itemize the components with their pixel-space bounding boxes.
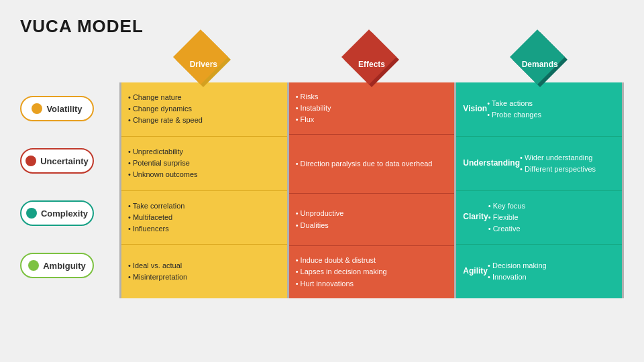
uncertainty-dot	[25, 156, 36, 166]
demand-row-1: Understanding Wider understanding Differ…	[456, 137, 622, 191]
label-ambiguity: Ambiguity	[20, 239, 119, 292]
effect-row-0: Risks Instability Flux	[289, 82, 455, 135]
effect-row-1: Direction paralysis due to data overhead	[289, 135, 455, 194]
demand-row-3: Agility Decision making Innovation	[456, 245, 622, 298]
col-drivers: Change nature Change dynamics Change rat…	[119, 82, 289, 298]
table-area: Drivers Effects Demands	[119, 46, 624, 298]
header-demands: Demands	[455, 46, 624, 82]
effect-row-2: Unproductive Dualities	[289, 194, 455, 246]
driver-row-0: Change nature Change dynamics Change rat…	[121, 82, 287, 137]
ambiguity-dot	[28, 260, 39, 271]
headers-row: Drivers Effects Demands	[119, 46, 624, 82]
header-drivers: Drivers	[119, 46, 288, 82]
complexity-dot	[26, 208, 37, 219]
labels-column: Volatility Uncertainty Complexity Ambigu…	[20, 82, 119, 292]
demand-row-0: Vision Take actions Probe changes	[456, 82, 622, 137]
main-layout: Volatility Uncertainty Complexity Ambigu…	[20, 46, 624, 298]
effect-row-3: Induce doubt & distrust Lapses in decisi…	[289, 246, 455, 298]
table-grid: Change nature Change dynamics Change rat…	[119, 82, 624, 298]
driver-row-1: Unpredictability Potential surprise Unkn…	[121, 137, 287, 191]
label-volatility: Volatility	[20, 82, 119, 135]
driver-row-3: Ideal vs. actual Misinterpretation	[121, 245, 287, 298]
col-demands: Vision Take actions Probe changes Unders…	[456, 82, 624, 298]
demand-row-2: Clarity Key focus Flexible Creative	[456, 191, 622, 245]
col-effects: Risks Instability Flux Direction paralys…	[289, 82, 457, 298]
header-effects: Effects	[288, 46, 456, 82]
page: VUCA MODEL Volatility Uncertainty Comple…	[0, 0, 644, 362]
label-complexity: Complexity	[20, 187, 119, 239]
volatility-dot	[32, 103, 42, 114]
label-uncertainty: Uncertainty	[20, 135, 119, 187]
driver-row-2: Take correlation Multifaceted Influencer…	[121, 191, 287, 245]
